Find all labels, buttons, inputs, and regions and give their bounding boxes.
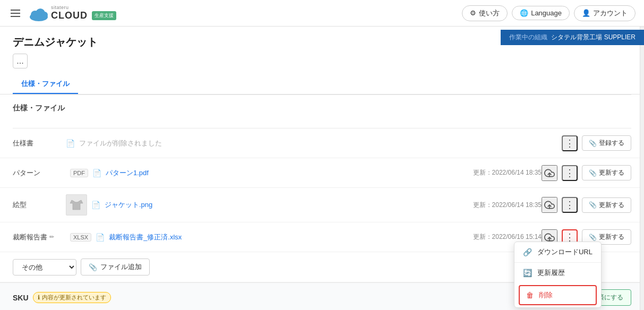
tab-bar: 仕様・ファイル xyxy=(13,75,631,94)
cutting-update-label: 更新する xyxy=(599,232,624,242)
header-right: ⚙ 使い方 🌐 Language 👤 アカウント xyxy=(462,5,636,21)
register-label: 登録する xyxy=(599,139,624,148)
tab-spec-files-label: 仕様・ファイル xyxy=(21,80,70,88)
file-info-spec: 📄 ファイルが削除されました xyxy=(66,139,562,148)
scrollbar[interactable] xyxy=(640,27,644,310)
pattern-update-label: 更新する xyxy=(599,168,624,177)
file-info-sketch: 📄 ジャケット.png xyxy=(91,200,460,210)
pattern-file-name[interactable]: パターン1.pdf xyxy=(106,168,149,178)
sketch-thumbnail xyxy=(66,194,87,216)
workspace-banner: 作業中の組織 シタテル背景工場 SUPPLIER xyxy=(501,30,644,45)
add-file-label: ファイル追加 xyxy=(100,262,142,272)
sketch-update-label: 更新する xyxy=(599,201,624,210)
pattern-upload-button[interactable] xyxy=(542,165,557,181)
help-button[interactable]: ⚙ 使い方 xyxy=(462,5,508,21)
logo-badge: 生産支援 xyxy=(92,11,116,20)
file-deleted-icon: 📄 xyxy=(66,139,75,148)
header: sitateru CLOUD 生産支援 ⚙ 使い方 🌐 Language 👤 ア… xyxy=(0,0,644,27)
logo-cloud-svg-icon xyxy=(29,5,49,21)
spec-kebab-button[interactable]: ⋮ xyxy=(562,135,578,151)
more-dots-icon: ... xyxy=(16,56,23,66)
update-icon-pattern: 📎 xyxy=(589,169,597,177)
delete-icon: 🗑 xyxy=(526,291,534,299)
sketch-label-text: 絵型 xyxy=(13,200,27,210)
file-info-pattern: 📄 パターン1.pdf xyxy=(92,168,460,178)
section-title: 仕様・ファイル xyxy=(13,104,631,113)
link-icon: 🔗 xyxy=(523,248,532,256)
file-row-pattern: パターン PDF 📄 パターン1.pdf 更新：2022/06/14 18:35… xyxy=(0,158,644,188)
workspace-name: シタテル背景工場 SUPPLIER xyxy=(551,33,636,41)
file-info-cutting: 📄 裁断報告書_修正済.xlsx xyxy=(96,232,460,242)
sku-title: SKU xyxy=(13,294,29,302)
logo-area: sitateru CLOUD 生産支援 xyxy=(29,5,116,21)
kebab-icon-pattern: ⋮ xyxy=(565,167,574,179)
file-row-cutting: 裁断報告書 ✏ XLSX 📄 裁断報告書_修正済.xlsx 更新：2022/06… xyxy=(0,222,644,252)
upload-cloud-icon-sketch xyxy=(544,200,555,210)
cutting-type-badge: XLSX xyxy=(70,233,91,242)
workspace-label: 作業中の組織 xyxy=(509,33,547,41)
add-file-button[interactable]: 📎 ファイル追加 xyxy=(81,259,150,275)
history-icon: 🔄 xyxy=(523,269,532,277)
hamburger-menu-button[interactable] xyxy=(8,7,22,19)
tab-spec-files[interactable]: 仕様・ファイル xyxy=(13,75,78,94)
cutting-file-name[interactable]: 裁断報告書_修正済.xlsx xyxy=(109,232,182,242)
logo-sitateru-text: sitateru xyxy=(51,5,116,10)
dropdown-delete[interactable]: 🗑 削除 xyxy=(519,285,597,305)
logo-text: sitateru CLOUD 生産支援 xyxy=(51,5,116,21)
update-icon-cutting: 📎 xyxy=(589,234,597,241)
sketch-kebab-button[interactable]: ⋮ xyxy=(562,197,578,213)
sku-badge-text: 内容が更新されています xyxy=(42,294,106,302)
register-icon: 📎 xyxy=(589,140,597,147)
download-url-label: ダウンロードURL xyxy=(537,247,593,257)
spec-files-section: 仕様・ファイル xyxy=(0,95,644,128)
update-icon-sketch: 📎 xyxy=(589,201,597,209)
pattern-kebab-button[interactable]: ⋮ xyxy=(562,165,578,181)
sku-updated-badge: ℹ 内容が更新されています xyxy=(33,292,111,303)
logo-cloud-text: CLOUD xyxy=(51,10,88,21)
page-more-button[interactable]: ... xyxy=(13,54,28,68)
file-actions-spec: ⋮ 📎 登録する xyxy=(562,135,631,151)
file-row-sketch: 絵型 📄 ジャケット.png 更新：2022/06/14 18:35 xyxy=(0,188,644,222)
language-button[interactable]: 🌐 Language xyxy=(512,6,570,20)
account-button[interactable]: 👤 アカウント xyxy=(574,5,636,21)
dropdown-history[interactable]: 🔄 更新履歴 xyxy=(514,263,601,283)
history-label: 更新履歴 xyxy=(537,268,565,278)
language-icon: 🌐 xyxy=(520,9,528,17)
cutting-file-date: 更新：2022/06/16 15:14 xyxy=(473,232,542,242)
pattern-update-button[interactable]: 📎 更新する xyxy=(582,165,631,180)
language-label: Language xyxy=(531,9,562,17)
file-label-cutting: 裁断報告書 ✏ xyxy=(13,232,66,242)
cutting-label-text: 裁断報告書 xyxy=(13,232,47,242)
delete-label: 削除 xyxy=(539,290,553,300)
add-file-icon: 📎 xyxy=(89,263,97,271)
file-label-sketch: 絵型 xyxy=(13,200,66,210)
sketch-file-name[interactable]: ジャケット.png xyxy=(105,200,152,210)
file-deleted-text: ファイルが削除されました xyxy=(79,139,162,148)
file-label-spec: 仕様書 xyxy=(13,139,66,148)
pattern-label-text: パターン xyxy=(13,168,40,178)
cutting-file-icon: 📄 xyxy=(96,233,105,242)
upload-cloud-icon xyxy=(544,168,555,178)
sketch-file-date: 更新：2022/06/14 18:35 xyxy=(473,201,542,210)
pattern-file-icon: 📄 xyxy=(92,169,101,177)
other-category-select[interactable]: その他 xyxy=(13,259,76,275)
kebab-icon-sketch: ⋮ xyxy=(565,199,574,211)
dropdown-download-url[interactable]: 🔗 ダウンロードURL xyxy=(514,242,601,262)
file-label-pattern: パターン xyxy=(13,168,66,178)
file-actions-pattern: ⋮ 📎 更新する xyxy=(542,165,631,181)
pattern-file-date: 更新：2022/06/14 18:35 xyxy=(473,168,542,177)
account-icon: 👤 xyxy=(582,9,590,17)
sketch-update-button[interactable]: 📎 更新する xyxy=(582,197,631,213)
jacket-thumb-svg xyxy=(67,196,85,214)
sketch-upload-button[interactable] xyxy=(542,197,557,213)
file-actions-sketch: ⋮ 📎 更新する xyxy=(542,197,631,213)
spec-register-button[interactable]: 📎 登録する xyxy=(582,135,631,151)
header-left: sitateru CLOUD 生産支援 xyxy=(8,5,116,21)
help-icon: ⚙ xyxy=(470,9,476,17)
kebab-icon: ⋮ xyxy=(565,137,574,149)
upload-cloud-icon-cutting xyxy=(544,232,555,243)
sketch-file-icon: 📄 xyxy=(91,201,100,209)
sku-info-icon: ℹ xyxy=(38,294,40,301)
edit-icon-cutting[interactable]: ✏ xyxy=(49,234,54,240)
svg-point-3 xyxy=(41,12,48,18)
